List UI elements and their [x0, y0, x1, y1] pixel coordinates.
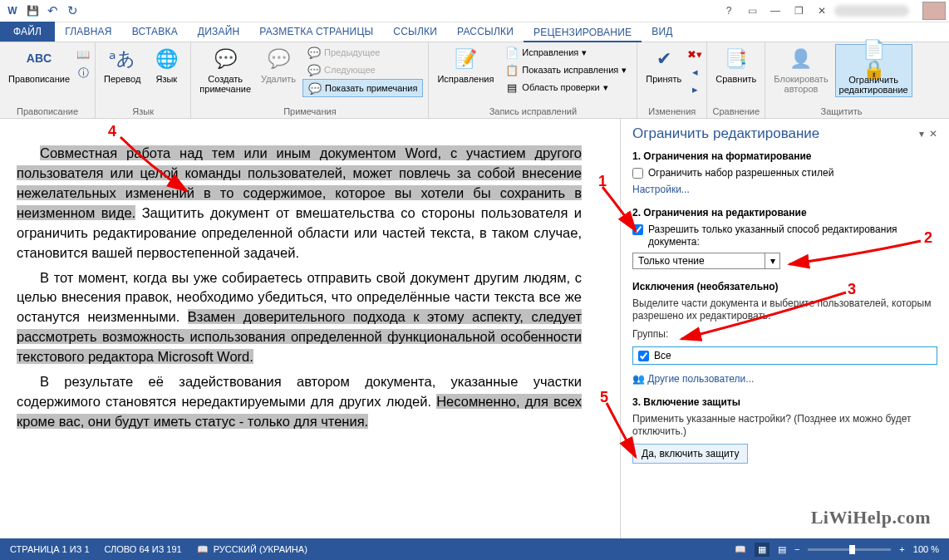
new-comment-icon: 💬: [212, 46, 238, 72]
tab-insert[interactable]: ВСТАВКА: [122, 22, 188, 42]
read-mode-icon[interactable]: 📖: [735, 544, 746, 555]
translate-button[interactable]: ᵃあ Перевод: [101, 44, 144, 86]
settings-link[interactable]: Настройки...: [632, 184, 937, 195]
language-icon: 📖: [197, 544, 209, 555]
status-wordcount[interactable]: СЛОВО 64 ИЗ 191: [105, 544, 182, 554]
track-changes-icon: 📝: [452, 46, 479, 72]
translate-label: Перевод: [104, 74, 140, 84]
group-changes: ✔ Принять ✖▾ ◂ ▸ Изменения: [637, 42, 707, 118]
pane-icon: ▤: [505, 81, 519, 94]
block-authors-label: Блокировать авторов: [774, 74, 828, 94]
group-comments: 💬 Создать примечание 💬 Удалить 💬Предыдущ…: [191, 42, 429, 118]
print-layout-icon[interactable]: ▦: [755, 543, 770, 557]
thesaurus-icon[interactable]: 📖: [76, 47, 90, 61]
language-label: Язык: [155, 74, 177, 84]
display-for-review-dropdown[interactable]: 📄Исправления ▾: [500, 44, 632, 61]
zoom-out-icon[interactable]: −: [794, 544, 799, 554]
tab-home[interactable]: ГЛАВНАЯ: [55, 22, 121, 42]
pane-close-icon[interactable]: ✕: [929, 128, 937, 140]
user-name-blurred: [834, 5, 909, 17]
title-bar: W 💾 ↶ ↻ ? ▭ — ❐ ✕: [0, 0, 949, 22]
restore-icon[interactable]: ❐: [788, 2, 809, 19]
web-layout-icon[interactable]: ▤: [778, 544, 786, 555]
document-text: Совместная работа над тем или иным докум…: [17, 144, 582, 432]
group-protect: 👤 Блокировать авторов 📄🔒 Ограничить реда…: [765, 42, 917, 118]
allow-only-checkbox[interactable]: [632, 224, 643, 235]
block-authors-icon: 👤: [788, 46, 814, 72]
group-tracking: 📝 Исправления 📄Исправления ▾ 📋Показать и…: [429, 42, 637, 118]
redo-icon[interactable]: ↻: [63, 2, 81, 20]
chevron-down-icon[interactable]: ▾: [765, 253, 780, 269]
save-icon[interactable]: 💾: [23, 2, 42, 20]
prev-change-icon[interactable]: ◂: [688, 65, 701, 78]
document-area[interactable]: Совместная работа над тем или иным докум…: [0, 119, 620, 538]
restrict-editing-pane: Ограничить редактирование ▾ ✕ 1. Огранич…: [620, 119, 949, 538]
delete-comment-icon: 💬: [265, 46, 292, 72]
restrict-editing-button[interactable]: 📄🔒 Ограничить редактирование: [835, 44, 912, 97]
accept-button[interactable]: ✔ Принять: [642, 44, 685, 86]
delete-comment-button[interactable]: 💬 Удалить: [258, 44, 299, 86]
enable-protection-text: Применить указанные настройки? (Позднее …: [632, 413, 937, 439]
word-icon[interactable]: W: [3, 2, 22, 20]
restrict-styles-checkbox[interactable]: [632, 168, 643, 179]
tab-file[interactable]: ФАЙЛ: [0, 22, 55, 42]
pane-section-1: 1. Ограничения на форматирование Огранич…: [632, 150, 937, 195]
tab-design[interactable]: ДИЗАЙН: [188, 22, 250, 42]
wordcount-icon[interactable]: ⓘ: [76, 66, 90, 80]
next-comment-button: 💬Следующее: [302, 61, 423, 78]
pane-section-exceptions: Исключения (необязательно) Выделите част…: [632, 281, 937, 385]
group-label-comments: Примечания: [196, 105, 423, 118]
new-comment-button[interactable]: 💬 Создать примечание: [196, 44, 254, 96]
language-button[interactable]: 🌐 Язык: [147, 44, 185, 86]
minimize-icon[interactable]: —: [765, 2, 786, 19]
status-language[interactable]: 📖РУССКИЙ (УКРАИНА): [197, 544, 307, 555]
users-icon: 👥: [632, 373, 647, 385]
tab-review[interactable]: РЕЦЕНЗИРОВАНИЕ: [524, 23, 642, 42]
group-label-spelling: Правописание: [5, 105, 90, 118]
ribbon-options-icon[interactable]: ▭: [741, 2, 763, 19]
group-label-tracking: Запись исправлений: [434, 105, 632, 118]
help-icon[interactable]: ?: [718, 2, 740, 19]
reject-icon[interactable]: ✖▾: [688, 47, 701, 61]
zoom-in-icon[interactable]: +: [899, 544, 904, 554]
paragraph-3: В результате её задействования автором д…: [17, 372, 582, 432]
close-icon[interactable]: ✕: [811, 2, 833, 19]
tab-view[interactable]: ВИД: [642, 22, 682, 42]
status-page[interactable]: СТРАНИЦА 1 ИЗ 1: [10, 544, 90, 554]
show-comments-button[interactable]: 💬Показать примечания: [302, 79, 423, 97]
zoom-value[interactable]: 100 %: [913, 544, 939, 554]
groups-label: Группы:: [632, 328, 937, 341]
pane-section-3: 3. Включение защиты Применить указанные …: [632, 396, 937, 464]
group-compare: 📑 Сравнить Сравнение: [707, 42, 765, 118]
editing-type-dropdown[interactable]: Только чтение ▾: [632, 253, 937, 269]
undo-icon[interactable]: ↶: [43, 2, 61, 20]
group-spelling: ABC Правописание 📖 ⓘ Правописание: [0, 42, 96, 118]
track-changes-button[interactable]: 📝 Исправления: [434, 44, 497, 86]
next-change-icon[interactable]: ▸: [688, 82, 701, 96]
tab-references[interactable]: ССЫЛКИ: [383, 22, 447, 42]
user-avatar[interactable]: [922, 2, 946, 20]
everyone-checkbox[interactable]: [638, 351, 649, 361]
spelling-label: Правописание: [8, 74, 70, 84]
tab-layout[interactable]: РАЗМЕТКА СТРАНИЦЫ: [249, 22, 383, 42]
restrict-editing-label: Ограничить редактирование: [839, 75, 908, 95]
workspace: Совместная работа над тем или иным докум…: [0, 119, 949, 538]
compare-button[interactable]: 📑 Сравнить: [712, 44, 760, 86]
groups-listbox[interactable]: Все: [632, 346, 937, 365]
globe-icon: 🌐: [153, 46, 179, 72]
restrict-editing-icon: 📄🔒: [860, 47, 887, 73]
enable-protection-button[interactable]: Да, включить защиту: [632, 444, 748, 464]
reviewing-pane-dropdown[interactable]: ▤Область проверки ▾: [500, 79, 632, 96]
zoom-slider[interactable]: [808, 548, 891, 551]
tab-mailings[interactable]: РАССЫЛКИ: [447, 22, 524, 42]
block-authors-button[interactable]: 👤 Блокировать авторов: [770, 44, 831, 96]
pane-options-icon[interactable]: ▾: [919, 128, 924, 140]
show-markup-dropdown[interactable]: 📋Показать исправления ▾: [500, 61, 632, 78]
group-label-changes: Изменения: [642, 105, 701, 118]
pane-heading-2: 2. Ограничения на редактирование: [632, 207, 937, 219]
spelling-button[interactable]: ABC Правописание: [5, 44, 73, 86]
delete-comment-label: Удалить: [261, 74, 296, 84]
spelling-icon: ABC: [26, 46, 52, 72]
more-users-link[interactable]: 👥 Другие пользователи...: [632, 373, 754, 385]
prev-comment-icon: 💬: [307, 46, 321, 59]
